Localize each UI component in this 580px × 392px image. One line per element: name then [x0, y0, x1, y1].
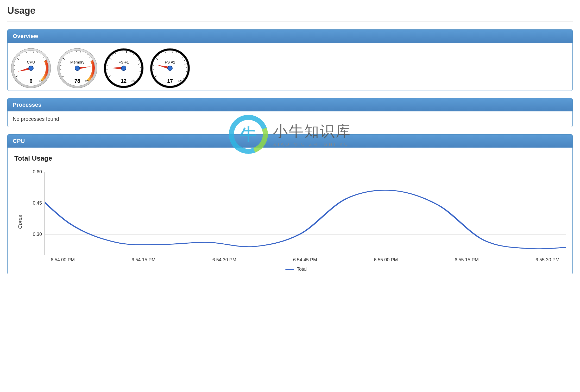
chart-legend: Total	[26, 267, 566, 272]
legend-label-total: Total	[297, 267, 307, 272]
y-tick-label: 0.60	[33, 169, 42, 175]
page-root: Usage Overview CPU 100 6	[7, 5, 573, 274]
svg-point-110	[168, 66, 172, 71]
x-tick-label: 6:54:30 PM	[212, 257, 236, 263]
plot-row: 0.300.450.60	[26, 172, 566, 255]
x-tick-label: 6:55:30 PM	[535, 257, 559, 263]
cpu-panel: CPU Total Usage Cores 0.300.450.60	[7, 134, 573, 274]
gauge-fs-2[interactable]: FS #2 100 17	[149, 46, 191, 88]
processes-header: Processes	[8, 98, 572, 111]
svg-text:100: 100	[131, 79, 135, 82]
page-title: Usage	[7, 5, 573, 22]
cpu-subtitle: Total Usage	[14, 154, 566, 162]
svg-point-54	[75, 66, 80, 71]
svg-text:CPU: CPU	[27, 60, 35, 64]
overview-header: Overview	[8, 30, 572, 43]
gauges-row: CPU 100 6 Memory 100 78	[8, 43, 572, 91]
svg-text:Memory: Memory	[70, 60, 85, 64]
plot-column: 0.300.450.60 6:54:00 PM6:54:15 PM6:54:30…	[26, 172, 566, 272]
svg-text:12: 12	[121, 78, 127, 84]
svg-text:100: 100	[178, 79, 181, 82]
y-ticks: 0.300.450.60	[26, 172, 45, 255]
svg-line-12	[34, 51, 34, 53]
svg-point-26	[29, 66, 33, 71]
y-axis-label-box: Cores	[14, 172, 26, 272]
x-tick-label: 6:54:00 PM	[51, 257, 75, 263]
svg-text:6: 6	[29, 78, 32, 84]
legend-swatch-total	[285, 269, 294, 270]
svg-line-33	[60, 66, 61, 66]
cpu-chart-area: Total Usage Cores 0.300.450.60 6:54:00	[8, 148, 572, 274]
gauge-memory[interactable]: Memory 100 78	[56, 46, 98, 88]
svg-line-61	[107, 66, 108, 66]
x-tick-label: 6:54:15 PM	[131, 257, 155, 263]
svg-line-89	[153, 66, 154, 66]
y-tick-label: 0.30	[33, 232, 42, 237]
line-series-total	[45, 182, 566, 249]
svg-text:100: 100	[39, 79, 42, 82]
processes-empty-message: No processes found	[8, 111, 572, 127]
svg-line-68	[126, 51, 127, 53]
svg-line-40	[80, 51, 80, 53]
svg-text:FS #1: FS #1	[118, 60, 129, 64]
svg-point-82	[121, 66, 126, 71]
svg-text:17: 17	[167, 78, 173, 84]
svg-line-5	[14, 66, 15, 66]
cpu-header: CPU	[8, 135, 572, 148]
svg-text:100: 100	[85, 79, 89, 82]
y-tick-label: 0.45	[33, 200, 42, 206]
processes-panel: Processes No processes found	[7, 98, 573, 127]
x-tick-label: 6:54:45 PM	[293, 257, 317, 263]
chart-wrap: Cores 0.300.450.60 6:54:00 PM6:54:15 PM6…	[14, 172, 566, 272]
svg-text:78: 78	[74, 78, 80, 84]
svg-line-96	[173, 51, 173, 53]
svg-text:FS #2: FS #2	[165, 60, 175, 64]
x-ticks: 6:54:00 PM6:54:15 PM6:54:30 PM6:54:45 PM…	[45, 257, 566, 265]
line-chart[interactable]	[45, 172, 566, 255]
x-tick-label: 6:55:00 PM	[374, 257, 398, 263]
gauge-fs-1[interactable]: FS #1 100 12	[103, 46, 144, 88]
line-svg	[45, 172, 566, 255]
overview-panel: Overview CPU 100 6	[7, 29, 573, 91]
y-axis-label: Cores	[17, 215, 23, 229]
gauge-cpu[interactable]: CPU 100 6	[10, 46, 52, 88]
x-tick-label: 6:55:15 PM	[455, 257, 479, 263]
